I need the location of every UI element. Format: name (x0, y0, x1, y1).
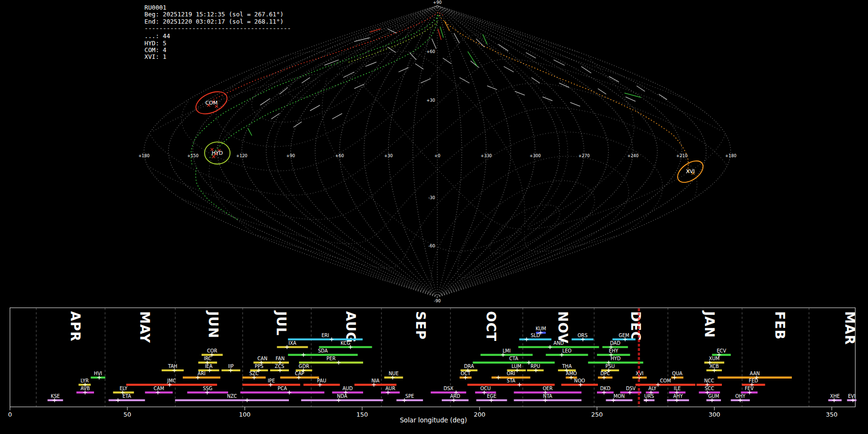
shower-label-COR: COR (207, 348, 217, 353)
map-overlay-parallel (458, 180, 595, 278)
count-com: COM: 4 (145, 46, 167, 54)
meteor-trail (609, 76, 619, 81)
shower-label-AUD: AUD (342, 386, 353, 391)
shower-label-NIA: NIA (371, 378, 380, 383)
drift-curve-green (196, 168, 238, 220)
shower-label-SZC: SZC (249, 371, 259, 376)
month-label-FEB: FEB (773, 311, 787, 340)
shower-label-SLD: SLD (531, 333, 540, 338)
shower-label-NDA: NDA (337, 393, 348, 399)
count-xvi: XVI: 1 (145, 53, 167, 60)
shower-label-AAN: AAN (750, 371, 760, 376)
shower-label-NZC: NZC (227, 393, 237, 399)
divider: ---------------------------------------- (145, 25, 291, 32)
meteor-trail (271, 113, 280, 119)
shower-label-PPS: PPS (255, 364, 263, 369)
map-overlay-parallel (182, 35, 681, 171)
meteor-trail (637, 86, 645, 91)
map-meridian-line (437, 5, 731, 297)
axis-tick-label: 0 (8, 411, 12, 418)
lon-label: +330 (480, 153, 492, 158)
meteor-trail (624, 93, 641, 97)
shower-label-KCG: KCG (340, 340, 350, 346)
axis-tick-label: 100 (239, 411, 251, 418)
meteor-trail (325, 60, 339, 65)
shower-label-ELY: ELY (120, 386, 127, 391)
lon-label: +210 (676, 153, 688, 158)
end-time: End: 20251220 03:02:17 (sol = 268.11°) (145, 18, 284, 25)
meteor-trail (388, 29, 396, 33)
lat-label: -30 (428, 195, 435, 200)
shower-label-OHY: OHY (735, 393, 746, 399)
lon-label: +180 (138, 153, 150, 158)
shower-label-CAN: CAN (258, 356, 268, 361)
meteor-trail (498, 44, 508, 51)
shower-label-ILE: ILE (674, 386, 680, 391)
shower-label-OCT: OCT (461, 371, 470, 376)
month-label-MAY: MAY (137, 311, 152, 343)
meteor-trail (388, 47, 396, 53)
shower-label-SSG: SSG (203, 386, 213, 391)
map-meridian-line (437, 5, 633, 297)
shower-label-IRC: IRC (204, 356, 212, 361)
meteor-trail (554, 60, 565, 65)
shower-label-PCA: PCA (278, 386, 287, 391)
map-meridian-line (339, 5, 437, 297)
map-overlay-parallel (252, 25, 408, 122)
shower-label-ALY: ALY (648, 386, 656, 391)
shower-label-HYD: HYD (610, 356, 621, 361)
shower-label-FAN: FAN (276, 356, 285, 361)
shower-label-LEO: LEO (562, 348, 572, 353)
station-code: RU0001 (145, 4, 167, 11)
lat-label: +60 (426, 49, 435, 54)
shower-label-JMC: JMC (167, 378, 176, 383)
map-overlay-parallel (149, 59, 720, 195)
shower-label-PER: PER (326, 356, 336, 361)
shower-label-GEM: GEM (619, 333, 629, 338)
shower-label-AHY: AHY (673, 393, 683, 399)
map-meridian-line (437, 5, 706, 297)
sky-map: COMHYDXVI+90+60+30-30-60-90+180+150+120+… (138, 0, 736, 303)
meteor-trail (293, 122, 301, 127)
shower-label-AMO: AMO (566, 371, 577, 376)
shower-label-ZCS: ZCS (275, 364, 285, 369)
meteor-trail (487, 86, 497, 90)
shower-label-IPE: IPE (268, 378, 275, 383)
shower-label-URS: URS (644, 393, 654, 399)
shower-label-GDR: GDR (298, 364, 309, 369)
meteor-trail (438, 29, 441, 40)
shower-label-DKD: DKD (600, 386, 610, 391)
shower-label-SPE: SPE (406, 393, 414, 399)
info-panel: RU0001 Beg: 20251219 15:12:35 (sol = 267… (145, 4, 291, 60)
shower-label-EHY: EHY (609, 348, 618, 353)
shower-label-THA: THA (562, 364, 572, 369)
shower-label-NUE: NUE (389, 371, 399, 376)
axis-tick-label: 250 (591, 411, 603, 418)
shower-label-ARI: ARI (198, 371, 205, 376)
meteor-trail (443, 58, 451, 64)
shower-label-DRA: DRA (464, 364, 474, 369)
map-overlay-parallel (256, 132, 663, 268)
shower-label-EVI: EVI (848, 393, 855, 399)
shower-label-AUR: AUR (385, 386, 395, 391)
map-meridian-line (242, 5, 437, 297)
lat-label: -90 (434, 298, 441, 303)
map-meridian-line (168, 5, 437, 297)
lat-label: -60 (428, 244, 435, 248)
shower-label-IIP: IIP (228, 364, 234, 369)
lon-label: +120 (236, 153, 247, 158)
month-label-NOV: NOV (556, 311, 570, 344)
meteor-trail (476, 39, 484, 47)
shower-label-OER: OER (542, 386, 553, 391)
shower-label-AVB: AVB (81, 386, 90, 391)
meteor-trail (354, 84, 365, 88)
shower-label-XCB: XCB (709, 364, 719, 369)
lon-label: +90 (286, 153, 295, 158)
map-meridian-line (437, 5, 462, 297)
activity-timeline: APRMAYJUNJULAUGSEPOCTNOVDECJANFEBMARKUME… (8, 308, 857, 418)
count-hyd: HYD: 5 (145, 40, 167, 47)
meteor-trail (454, 33, 459, 43)
shower-label-XUM: XUM (709, 356, 719, 361)
lon-label: +300 (529, 153, 541, 158)
meteor-trail (468, 52, 477, 67)
